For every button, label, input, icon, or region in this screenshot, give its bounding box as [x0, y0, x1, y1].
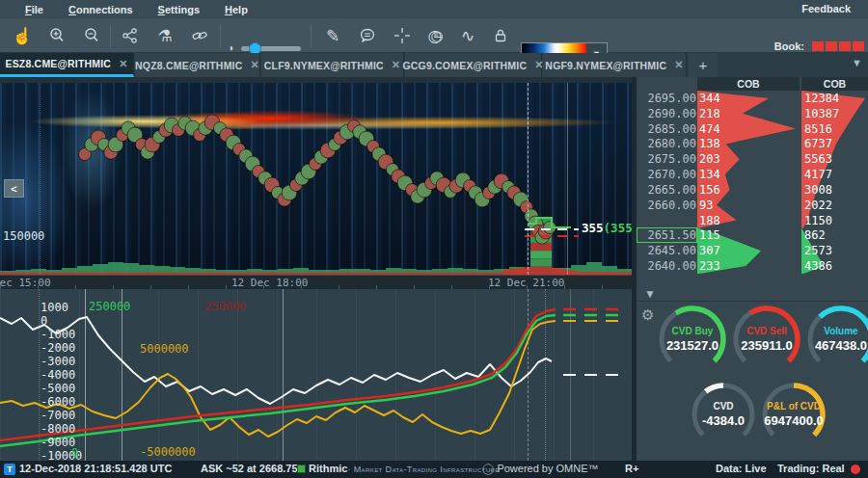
comment-icon	[359, 27, 376, 44]
cob-price: 2645.00	[638, 244, 696, 258]
status-ask: ASK ~52 at 2668.75	[201, 463, 298, 474]
y-axis-label: -6000	[41, 395, 75, 409]
cob-size-far: 2022	[804, 199, 832, 213]
cob-size: 156	[699, 183, 720, 198]
y-axis-label: 0	[41, 314, 47, 328]
session-line	[528, 83, 529, 275]
lock-button[interactable]	[486, 22, 515, 49]
share-button[interactable]	[116, 22, 145, 49]
draw-button[interactable]: ✎	[318, 22, 347, 49]
cob-price: 2675.00	[638, 152, 696, 167]
y-axis-label: -4000	[41, 368, 75, 382]
link-icon	[191, 27, 208, 44]
cvd-indicator-chart[interactable]: 10000-1000-2000-3000-4000-5000-6000-7000…	[0, 289, 632, 461]
scale-label-green: 250000	[89, 300, 130, 313]
gauge-name: Volume	[804, 326, 868, 336]
gauge-p-l-of-cvd: P&L of CVD6947400.0	[757, 378, 830, 451]
menu-bar: FileConnectionsSettingsHelp Feedback	[0, 0, 868, 18]
close-icon[interactable]: ✕	[674, 59, 683, 71]
comment-button[interactable]	[353, 22, 382, 49]
gauge-value: 231527.0	[656, 338, 729, 353]
cob-size-far: 1150	[804, 214, 832, 228]
tab-bar: ESZ8.CME@RITHMIC✕ NQZ8.CME@RITHMIC✕ CLF9…	[0, 53, 868, 77]
tab-ngf9[interactable]: NGF9.NYMEX@RITHMIC✕	[543, 53, 687, 77]
zoom-out-icon	[83, 27, 100, 44]
cob-size-far: 4386	[804, 259, 832, 274]
menu-item-settings[interactable]: Settings	[158, 4, 200, 15]
book-square-red	[812, 41, 824, 51]
microscope-button[interactable]: ⚗	[150, 22, 179, 49]
share-icon	[122, 27, 139, 44]
tab-label: NQZ8.CME@RITHMIC	[135, 60, 242, 71]
last-size-marker: 355(355)	[582, 221, 632, 235]
y-axis-label: -9000	[41, 436, 75, 449]
stopwatch-button[interactable]: ◷	[420, 22, 449, 49]
close-icon[interactable]: ✕	[251, 59, 259, 71]
menu-item-help[interactable]: Help	[225, 4, 248, 15]
connection-status-icon	[851, 465, 860, 474]
y-axis-label: -3000	[41, 355, 75, 368]
gauge-cvd-sell: CVD Sell235911.0	[730, 303, 803, 376]
grid-line	[40, 83, 41, 275]
cob-size: 203	[699, 152, 720, 167]
rplus-badge: R+	[625, 463, 638, 474]
tab-label: ESZ8.CME@RITHMIC	[5, 58, 111, 69]
cob-size-far: 12384	[804, 92, 839, 106]
crosshair-icon	[393, 27, 411, 44]
gauge-cvd-buy: CVD Buy231527.0	[656, 303, 729, 376]
toolbar-separator	[311, 24, 312, 47]
rithmic-logo-icon	[297, 465, 306, 473]
menu-items: FileConnectionsSettingsHelp	[0, 4, 248, 15]
zoom-in-button[interactable]	[42, 22, 71, 49]
gauge-name: CVD Sell	[730, 326, 803, 336]
y-axis-label: 1000	[41, 301, 68, 314]
series-volume-delta	[0, 321, 556, 437]
trading-mode: Trading: Real	[777, 463, 845, 474]
cob-column-header: COB	[697, 77, 800, 91]
tab-nqz8[interactable]: NQZ8.CME@RITHMIC✕	[135, 53, 260, 77]
cob-size: 115	[699, 228, 720, 243]
gauge-value: -4384.0	[687, 413, 760, 428]
volume-spike-segment	[530, 251, 552, 258]
chevron-down-icon[interactable]: ▼	[644, 287, 656, 301]
tab-clf9[interactable]: CLF9.NYMEX@RITHMIC✕	[261, 53, 404, 77]
cob-size-far: 6737	[804, 137, 832, 151]
brightness-icon: ◑	[228, 42, 233, 53]
path-button[interactable]: ∿	[453, 22, 482, 49]
cob-price: 2640.00	[638, 259, 696, 274]
cob-size-far: 862	[804, 228, 826, 243]
link-button[interactable]	[185, 22, 214, 49]
panel-divider	[637, 301, 868, 302]
gear-icon[interactable]: ⚙	[641, 306, 654, 324]
close-icon[interactable]: ✕	[119, 58, 127, 70]
hand-tool-button[interactable]: ☝	[8, 22, 37, 49]
menu-item-feedback[interactable]: Feedback	[801, 3, 851, 14]
book-square-red	[853, 41, 864, 51]
close-icon[interactable]: ✕	[392, 59, 400, 71]
cob-size: 134	[699, 168, 720, 182]
crosshair-button[interactable]	[388, 22, 417, 49]
gauge-value: 235911.0	[730, 338, 803, 353]
chevron-down-icon[interactable]: ▼	[852, 57, 862, 68]
toolbar-separator	[220, 24, 221, 47]
add-tab-button[interactable]: +	[689, 53, 718, 77]
status-bar: T 12-Dec-2018 21:18:51.428 UTC ASK ~52 a…	[0, 461, 868, 478]
menu-item-file[interactable]: File	[25, 4, 43, 15]
tab-esz8[interactable]: ESZ8.CME@RITHMIC✕	[0, 53, 134, 77]
y-axis-label: -7000	[41, 409, 75, 422]
cob-size: 93	[699, 199, 713, 213]
omne-logo-icon: ◯	[482, 463, 494, 474]
zoom-out-button[interactable]	[77, 22, 106, 49]
scroll-left-button[interactable]: <	[4, 179, 24, 198]
depth-heatmap-chart[interactable]: < 150000 355(355)	[0, 83, 632, 275]
tab-gcg9[interactable]: GCG9.COMEX@RITHMIC✕	[405, 53, 542, 77]
cob-size: 307	[699, 244, 720, 258]
cob-price: 2695.00	[638, 92, 696, 106]
volume-spike-segment	[530, 267, 552, 275]
cob-column-header: COB	[801, 77, 868, 91]
scale-label-zero: 0	[71, 446, 78, 460]
gauge-name: P&L of CVD	[757, 401, 830, 412]
scale-label-red: 250000	[204, 300, 246, 313]
cob-size-far: 10387	[804, 107, 839, 121]
menu-item-connections[interactable]: Connections	[68, 4, 133, 15]
